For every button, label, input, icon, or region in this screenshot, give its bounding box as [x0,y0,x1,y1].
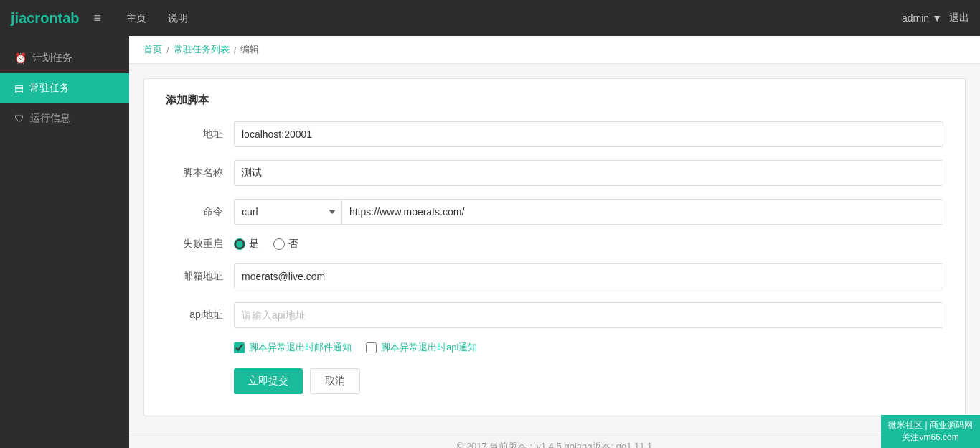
list-icon: ▤ [14,83,24,94]
clock-icon: ⏰ [14,52,27,64]
breadcrumb: 首页 / 常驻任务列表 / 编辑 [129,36,980,64]
command-select[interactable]: curl bash python php [234,199,341,225]
name-label: 脚本名称 [166,167,223,179]
notify-email-label: 脚本异常退出时邮件通知 [249,341,352,354]
breadcrumb-list[interactable]: 常驻任务列表 [174,43,230,56]
watermark-line1: 微米社区 | 商业源码网 [888,419,973,431]
name-input[interactable] [234,160,943,186]
sidebar-item-label: 计划任务 [32,52,72,65]
sidebar: ⏰ 计划任务 ▤ 常驻任务 🛡 运行信息 [0,36,129,448]
brand-logo[interactable]: jiacrontab [11,10,80,27]
notify-email-checkbox[interactable]: 脚本异常退出时邮件通知 [234,341,352,354]
api-label: api地址 [166,309,223,322]
breadcrumb-home[interactable]: 首页 [143,43,162,56]
retry-radio-group: 是 否 [234,238,298,251]
form-group-retry: 失败重启 是 否 [166,238,943,251]
breadcrumb-sep-2: / [234,45,237,55]
command-label: 命令 [166,205,223,218]
breadcrumb-current: 编辑 [240,43,259,56]
shield-icon: 🛡 [14,113,24,124]
email-input[interactable] [234,263,943,289]
button-group: 立即提交 取消 [234,368,943,394]
footer: © 2017 当前版本：v1.4.5 golang版本: go1.11.1 [129,431,980,448]
page-title: 添加脚本 [166,93,943,107]
logout-link[interactable]: 退出 [949,11,969,24]
form-group-email: 邮箱地址 [166,263,943,289]
toggle-icon[interactable]: ≡ [94,11,102,26]
watermark-line2: 关注vm66.com [888,431,973,444]
command-group: curl bash python php [234,199,943,225]
sidebar-item-resident[interactable]: ▤ 常驻任务 [0,73,129,103]
admin-label: admin [902,12,929,24]
address-input[interactable] [234,121,943,147]
dropdown-icon: ▼ [932,12,942,24]
retry-no-radio[interactable]: 否 [273,238,298,251]
sidebar-item-runtime[interactable]: 🛡 运行信息 [0,103,129,134]
form-group-command: 命令 curl bash python php [166,199,943,225]
address-label: 地址 [166,128,223,141]
api-input[interactable] [234,302,943,328]
form-group-name: 脚本名称 [166,160,943,186]
retry-yes-radio[interactable]: 是 [234,238,259,251]
admin-dropdown[interactable]: admin ▼ [902,12,942,24]
retry-no-label: 否 [288,238,298,251]
form-group-api: api地址 [166,302,943,328]
retry-yes-input[interactable] [234,238,245,250]
retry-no-input[interactable] [273,238,285,250]
sidebar-item-scheduled[interactable]: ⏰ 计划任务 [0,43,129,73]
email-label: 邮箱地址 [166,270,223,283]
watermark-badge: 微米社区 | 商业源码网 关注vm66.com [881,415,980,448]
sidebar-item-label: 常驻任务 [29,82,70,95]
sidebar-item-label: 运行信息 [30,112,70,125]
nav-item-home[interactable]: 主页 [116,0,157,36]
main-wrapper: ⏰ 计划任务 ▤ 常驻任务 🛡 运行信息 首页 / 常驻任务列表 / 编辑 添加… [0,36,980,448]
footer-text: © 2017 当前版本：v1.4.5 golang版本: go1.11.1 [457,441,653,448]
command-args-input[interactable] [341,199,943,225]
nav-menu: 主页 说明 [116,0,902,36]
checkbox-group: 脚本异常退出时邮件通知 脚本异常退出时api通知 [234,341,943,354]
content-area: 首页 / 常驻任务列表 / 编辑 添加脚本 地址 脚本名称 [129,36,980,448]
form-group-address: 地址 [166,121,943,147]
breadcrumb-sep-1: / [166,45,169,55]
retry-label: 失败重启 [166,238,223,251]
navbar: jiacrontab ≡ 主页 说明 admin ▼ 退出 [0,0,980,36]
notify-email-input[interactable] [234,342,245,353]
notify-api-label: 脚本异常退出时api通知 [381,341,477,354]
notify-api-checkbox[interactable]: 脚本异常退出时api通知 [366,341,477,354]
navbar-right: admin ▼ 退出 [902,11,969,24]
cancel-button[interactable]: 取消 [310,368,360,394]
page-content: 添加脚本 地址 脚本名称 命令 curl [129,64,980,431]
submit-button[interactable]: 立即提交 [234,368,303,394]
form-card: 添加脚本 地址 脚本名称 命令 curl [143,78,966,416]
retry-yes-label: 是 [249,238,259,251]
notify-api-input[interactable] [366,342,377,353]
nav-item-docs[interactable]: 说明 [157,0,199,36]
